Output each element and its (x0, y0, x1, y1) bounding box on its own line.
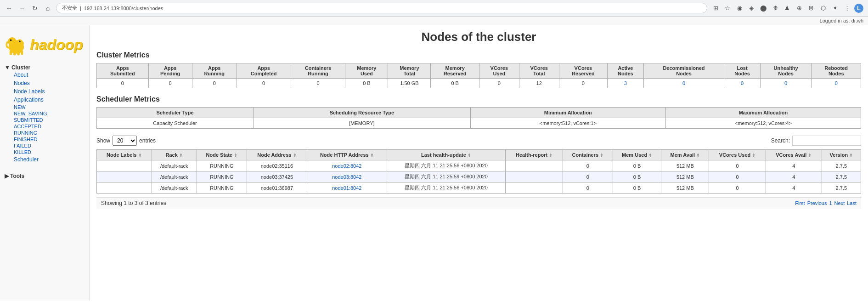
metrics-apps-submitted: 0 (97, 79, 149, 88)
nodes-header-health-report[interactable]: Health-report ⇕ (506, 150, 563, 160)
sidebar-item-new[interactable]: NEW (9, 104, 85, 110)
hadoop-wordmark: hadoop (30, 36, 83, 53)
ext6-icon[interactable]: ⊕ (795, 4, 804, 13)
ext9-icon[interactable]: ✦ (830, 4, 840, 13)
node-version-2: 2.7.5 (822, 182, 861, 194)
scheduler-min-allocation: <memory:512, vCores:1> (470, 118, 665, 129)
sidebar-item-about[interactable]: About (5, 71, 85, 79)
sidebar-item-failed[interactable]: FAILED (9, 142, 85, 149)
translate-icon[interactable]: ⊞ (711, 4, 720, 13)
pagination-next[interactable]: Next (834, 200, 845, 206)
svg-point-8 (19, 40, 21, 42)
entries-select[interactable]: 10 20 25 50 100 (113, 136, 137, 146)
sidebar-item-nodes[interactable]: Nodes (5, 79, 85, 87)
nodes-header-containers[interactable]: Containers ⇕ (563, 150, 613, 160)
metrics-rebooted: 0 (812, 79, 861, 88)
node-address-0: node02:35116 (247, 160, 307, 171)
node-rack-1: /default-rack (152, 171, 197, 182)
sidebar-item-applications[interactable]: Applications (5, 96, 85, 104)
tools-section: ▶ Tools (0, 171, 89, 182)
nodes-header-address[interactable]: Node Address ⇕ (247, 150, 307, 160)
metrics-header-vcores-total: VCoresTotal (519, 63, 559, 79)
metrics-active-nodes: 3 (608, 79, 644, 88)
pagination-first[interactable]: First (795, 200, 805, 206)
nodes-header-mem-used[interactable]: Mem Used ⇕ (613, 150, 661, 160)
node-vcores-used-0: 0 (709, 160, 766, 171)
sidebar-item-scheduler[interactable]: Scheduler (5, 155, 85, 164)
node-mem-avail-1: 512 MB (661, 171, 709, 182)
pagination-1[interactable]: 1 (829, 200, 832, 206)
nodes-header-vcores-used[interactable]: VCores Used ⇕ (709, 150, 766, 160)
nodes-header-health-update[interactable]: Last health-update ⇕ (387, 150, 506, 160)
hadoop-logo: hadoop (0, 30, 89, 62)
reload-button[interactable]: ↻ (30, 4, 39, 13)
node-http-link-1[interactable]: node03:8042 (332, 174, 361, 180)
nodes-header-labels[interactable]: Node Labels ⇕ (97, 150, 152, 160)
forward-button[interactable]: → (17, 4, 27, 13)
logged-in-bar: Logged in as: dr.wh (0, 17, 868, 25)
sidebar-item-submitted[interactable]: SUBMITTED (9, 117, 85, 123)
security-label: 不安全 (62, 5, 77, 11)
nodes-header-http[interactable]: Node HTTP Address ⇕ (307, 150, 387, 160)
node-mem-avail-0: 512 MB (661, 160, 709, 171)
active-nodes-link[interactable]: 3 (624, 80, 627, 86)
node-http-link-2[interactable]: node01:8042 (332, 185, 361, 191)
sidebar-item-running[interactable]: RUNNING (9, 130, 85, 136)
metrics-header-apps-completed: AppsCompleted (237, 63, 291, 79)
ext7-icon[interactable]: ⛨ (806, 4, 816, 13)
sidebar-item-accepted[interactable]: ACCEPTED (9, 123, 85, 130)
node-vcores-avail-0: 4 (766, 160, 822, 171)
lost-link[interactable]: 0 (741, 80, 744, 86)
node-mem-used-2: 0 B (613, 182, 661, 194)
nodes-header-vcores-avail[interactable]: VCores Avail ⇕ (766, 150, 822, 160)
node-health-report-2 (506, 182, 563, 194)
scheduler-header-max-allocation: Maximum Allocation (665, 108, 861, 118)
url-display: 192.168.24.139:8088/cluster/nodes (84, 6, 163, 11)
decommissioned-link[interactable]: 0 (682, 80, 685, 86)
pagination-controls: First Previous 1 Next Last (795, 200, 857, 206)
back-button[interactable]: ← (5, 4, 14, 13)
svg-point-2 (17, 40, 23, 46)
ext2-icon[interactable]: ◈ (747, 4, 756, 13)
menu-icon[interactable]: ⋮ (842, 4, 851, 13)
ext8-icon[interactable]: ⬡ (818, 4, 828, 13)
bookmark-icon[interactable]: ☆ (723, 4, 732, 13)
pagination-previous[interactable]: Previous (807, 200, 827, 206)
address-bar[interactable]: 不安全 | 192.168.24.139:8088/cluster/nodes (56, 3, 707, 13)
metrics-header-apps-running: AppsRunning (192, 63, 237, 79)
node-labels-2 (97, 182, 152, 194)
ext4-icon[interactable]: ❋ (771, 4, 780, 13)
scheduler-metrics-title: Scheduler Metrics (96, 95, 861, 103)
node-http-link-0[interactable]: node02:8042 (332, 163, 361, 169)
pagination-last[interactable]: Last (847, 200, 857, 206)
table-row: /default-rack RUNNING node03:37425 node0… (97, 171, 861, 182)
node-mem-used-1: 0 B (613, 171, 661, 182)
table-footer: Showing 1 to 3 of 3 entries First Previo… (96, 197, 861, 209)
unhealthy-link[interactable]: 0 (784, 80, 787, 86)
node-version-1: 2.7.5 (822, 171, 861, 182)
svg-rect-5 (17, 51, 19, 55)
sidebar-item-killed[interactable]: KILLED (9, 149, 85, 155)
cluster-section: ▼ Cluster About Nodes Node Labels Applic… (0, 62, 89, 166)
search-input[interactable] (792, 136, 861, 146)
rebooted-link[interactable]: 0 (835, 80, 838, 86)
sidebar-item-new-saving[interactable]: NEW_SAVING (9, 110, 85, 117)
tools-header[interactable]: ▶ Tools (5, 173, 85, 179)
sidebar-item-finished[interactable]: FINISHED (9, 136, 85, 142)
nodes-table: Node Labels ⇕ Rack ⇕ Node State ⇕ Node A… (96, 149, 861, 194)
nodes-header-rack[interactable]: Rack ⇕ (152, 150, 197, 160)
nodes-header-version[interactable]: Version ⇕ (822, 150, 861, 160)
svg-point-1 (8, 37, 16, 46)
ext1-icon[interactable]: ◉ (735, 4, 744, 13)
cluster-header[interactable]: ▼ Cluster (5, 64, 85, 71)
nodes-header-state[interactable]: Node State ⇕ (197, 150, 247, 160)
ext5-icon[interactable]: ♟ (783, 4, 792, 13)
sidebar-item-node-labels[interactable]: Node Labels (5, 87, 85, 96)
home-button[interactable]: ⌂ (43, 4, 52, 13)
node-http-1: node03:8042 (307, 171, 387, 182)
profile-icon[interactable]: L (854, 4, 863, 13)
ext3-icon[interactable]: ⬤ (759, 4, 768, 13)
nodes-header-mem-avail[interactable]: Mem Avail ⇕ (661, 150, 709, 160)
metrics-header-decommissioned: DecommissionedNodes (643, 63, 724, 79)
search-box: Search: (771, 136, 861, 146)
